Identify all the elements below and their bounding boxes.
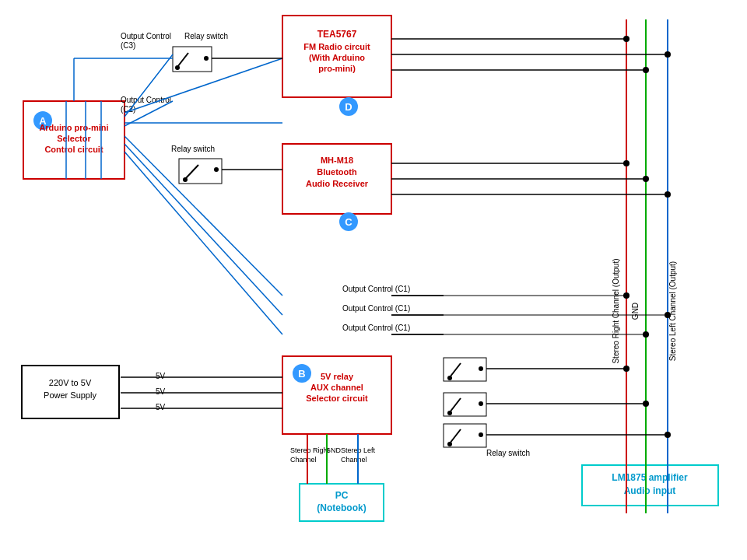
stereo-right-bot: Stereo Right: [290, 446, 330, 454]
mhm18-label1: MH-M18: [321, 156, 353, 165]
arduino-label3: Control circuit: [44, 145, 103, 154]
5v-label1: 5V: [156, 372, 166, 380]
svg-point-5: [183, 177, 188, 182]
stereo-right-label: Stereo Right Channel (Output): [612, 258, 620, 363]
mhm18-label2: Bluetooth: [317, 167, 357, 177]
diagram-container: A Arduino pro-mini Selector Control circ…: [0, 0, 747, 560]
c1-label1: Output Control (C1): [342, 285, 410, 293]
svg-point-11: [447, 411, 452, 415]
svg-point-6: [214, 167, 219, 172]
pc-label2: (Notebook): [317, 502, 366, 513]
badge-c-label: C: [345, 216, 352, 228]
mhm18-label3: Audio Receiver: [306, 179, 369, 188]
dot-b1: [623, 366, 630, 372]
tea5767-label4: pro-mini): [318, 64, 356, 73]
dot-b2: [643, 401, 649, 407]
dot-rail-mid1: [623, 160, 630, 166]
badge-b-label: B: [298, 368, 305, 380]
stereo-right-bot2: Channel: [290, 456, 317, 464]
svg-point-15: [479, 432, 483, 437]
svg-point-3: [204, 56, 209, 61]
c2-label1: Output Control: [121, 96, 171, 104]
c3-label1: Output Control: [121, 32, 171, 40]
c3-label2: (C3): [121, 41, 135, 50]
svg-point-9: [479, 366, 483, 371]
c1-label3: Output Control (C1): [342, 324, 410, 332]
arduino-label2: Selector: [57, 134, 91, 143]
5v-label3: 5V: [156, 403, 166, 411]
gnd-bot-label: GND: [325, 446, 342, 454]
dot-rail-mid3: [665, 191, 671, 198]
dot-rail-top1: [623, 36, 630, 42]
power-label1: 220V to 5V: [49, 378, 92, 387]
tea5767-label3: (With Arduino: [309, 53, 365, 62]
dot-rail-top2: [665, 51, 671, 58]
relay-label3: Selector circuit: [306, 394, 368, 403]
svg-point-8: [447, 376, 452, 380]
circuit-diagram: A Arduino pro-mini Selector Control circ…: [0, 0, 747, 560]
relay-label2: AUX channel: [310, 383, 363, 392]
dot-rail-mid2: [643, 176, 649, 182]
tea5767-label2: FM Radio circuit: [303, 42, 370, 51]
svg-point-2: [175, 65, 180, 70]
stereo-left-bot2: Channel: [341, 456, 367, 464]
relay-sw-top-label: Relay switch: [184, 32, 228, 40]
badge-d-label: D: [345, 101, 352, 113]
relay-sw-mid-label: Relay switch: [171, 145, 215, 153]
gnd-label: GND: [631, 303, 640, 320]
power-label2: Power Supply: [44, 390, 96, 400]
dot-b3: [665, 432, 671, 438]
stereo-left-label: Stereo Left Channel (Output): [668, 261, 677, 361]
dot-gnd-top: [643, 67, 649, 73]
arduino-label: Arduino pro-mini: [39, 123, 108, 132]
svg-point-12: [479, 401, 483, 406]
amplifier-label1: LM1875 amplifier: [612, 472, 688, 483]
relay-label1: 5V relay: [321, 372, 354, 381]
svg-point-14: [447, 442, 452, 446]
tea5767-label1: TEA5767: [317, 29, 357, 40]
5v-label2: 5V: [156, 387, 166, 396]
pc-label1: PC: [335, 490, 349, 501]
c1-label2: Output Control (C1): [342, 304, 410, 313]
relay-sw-bot-label: Relay switch: [486, 449, 530, 457]
